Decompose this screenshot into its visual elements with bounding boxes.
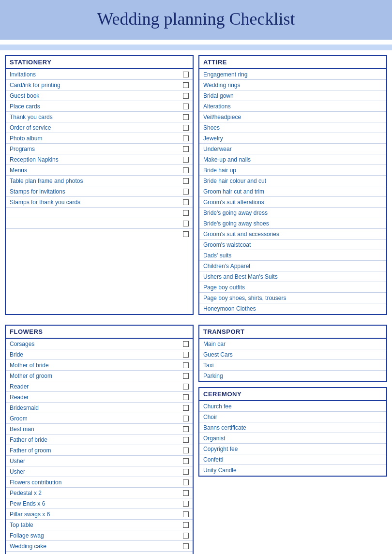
- checkbox[interactable]: [183, 93, 189, 99]
- page-header: Wedding planning Checklist: [0, 0, 392, 40]
- list-item: Reception Napkins: [6, 154, 193, 165]
- list-item: Bride: [6, 349, 193, 360]
- checkbox[interactable]: [183, 479, 189, 485]
- checkbox[interactable]: [183, 352, 189, 358]
- checkbox[interactable]: [183, 437, 189, 443]
- list-item: Main car: [199, 339, 386, 349]
- checkbox[interactable]: [183, 210, 189, 216]
- main-grid: STATIONERY Invitations Card/ink for prin…: [0, 55, 392, 554]
- list-item: [6, 218, 193, 229]
- checkbox[interactable]: [183, 469, 189, 475]
- checkbox[interactable]: [183, 135, 189, 141]
- checkbox[interactable]: [183, 511, 189, 517]
- list-item: Bride's going away dress: [199, 208, 386, 218]
- checkbox[interactable]: [183, 178, 189, 184]
- attire-header: ATTIRE: [199, 56, 386, 69]
- checkbox[interactable]: [183, 146, 189, 152]
- checkbox[interactable]: [183, 373, 189, 379]
- list-item: Thank you cards: [6, 112, 193, 122]
- list-item: Menus: [6, 165, 193, 176]
- list-item: Honeymoon Clothes: [199, 303, 386, 314]
- list-item: Page boy outfits: [199, 282, 386, 293]
- checkbox[interactable]: [183, 231, 189, 237]
- checkbox[interactable]: [183, 167, 189, 173]
- checkbox[interactable]: [183, 341, 189, 347]
- list-item: Groom's suit and accessories: [199, 229, 386, 240]
- transport-section: TRANSPORT Main car Guest Cars Taxi Parki…: [198, 325, 387, 382]
- list-item: Order of service: [6, 122, 193, 133]
- list-item: Wedding cake: [6, 541, 193, 552]
- checkbox[interactable]: [183, 199, 189, 205]
- checkbox[interactable]: [183, 426, 189, 432]
- list-item: Father of bride: [6, 434, 193, 445]
- list-item: Page boy shoes, shirts, trousers: [199, 293, 386, 303]
- list-item: Bridesmaid: [6, 403, 193, 413]
- list-item: Make-up and nails: [199, 154, 386, 165]
- list-item: Children's Apparel: [199, 261, 386, 271]
- list-item: Underwear: [199, 144, 386, 154]
- list-item: Shoes: [199, 122, 386, 133]
- checkbox[interactable]: [183, 189, 189, 195]
- list-item: Corsages: [6, 339, 193, 349]
- list-item: Ushers and Best Man's Suits: [199, 271, 386, 282]
- list-item: Usher: [6, 456, 193, 466]
- list-item: Veil/headpiece: [199, 112, 386, 122]
- list-item: Copyright fee: [199, 444, 386, 454]
- list-item: Foliage swag: [6, 530, 193, 541]
- list-item: [6, 208, 193, 218]
- checkbox[interactable]: [183, 405, 189, 411]
- list-item: Guest book: [6, 90, 193, 101]
- checkbox[interactable]: [183, 72, 189, 77]
- list-item: Groom's waistcoat: [199, 240, 386, 250]
- checkbox[interactable]: [183, 501, 189, 507]
- checkbox[interactable]: [183, 533, 189, 539]
- list-item: Pillar swags x 6: [6, 509, 193, 520]
- list-item: Organist: [199, 433, 386, 444]
- list-item: Mother of bride: [6, 360, 193, 371]
- list-item: Reader: [6, 392, 193, 403]
- checkbox[interactable]: [183, 543, 189, 549]
- checkbox[interactable]: [183, 114, 189, 120]
- list-item: Top table: [6, 520, 193, 530]
- list-item: Taxi: [199, 360, 386, 371]
- list-item: Table plan frame and photos: [6, 176, 193, 186]
- list-item: Bride's going away shoes: [199, 218, 386, 229]
- list-item: [6, 229, 193, 240]
- list-item: Wedding rings: [199, 80, 386, 90]
- checkbox[interactable]: [183, 362, 189, 368]
- list-item: Guest Cars: [199, 349, 386, 360]
- checkbox[interactable]: [183, 522, 189, 528]
- list-item: Groom hair cut and trim: [199, 186, 386, 197]
- list-item: Parking: [199, 371, 386, 381]
- checkbox[interactable]: [183, 448, 189, 453]
- list-item: Best man: [6, 424, 193, 434]
- list-item: Dads' suits: [199, 250, 386, 261]
- list-item: Banns certificate: [199, 422, 386, 433]
- list-item: Mother of groom: [6, 371, 193, 381]
- list-item: Pew Ends x 6: [6, 498, 193, 509]
- list-item: Church fee: [199, 401, 386, 412]
- list-item: Engagement ring: [199, 69, 386, 80]
- checkbox[interactable]: [183, 221, 189, 226]
- checkbox[interactable]: [183, 125, 189, 131]
- decorative-bar: [0, 45, 392, 50]
- list-item: Bride hair colour and cut: [199, 176, 386, 186]
- list-item: Bridal gown: [199, 90, 386, 101]
- ceremony-section: CEREMONY Church fee Choir Banns certific…: [198, 387, 387, 477]
- list-item: Unity Candle: [199, 465, 386, 476]
- checkbox[interactable]: [183, 394, 189, 400]
- checkbox[interactable]: [183, 416, 189, 421]
- list-item: Flowers contribution: [6, 477, 193, 488]
- checkbox[interactable]: [183, 157, 189, 163]
- list-item: Programs: [6, 144, 193, 154]
- list-item: Bride hair up: [199, 165, 386, 176]
- list-item: Table centerpieces x 6: [6, 552, 193, 554]
- checkbox[interactable]: [183, 490, 189, 496]
- list-item: Invitations: [6, 69, 193, 80]
- checkbox[interactable]: [183, 104, 189, 109]
- checkbox[interactable]: [183, 82, 189, 88]
- list-item: Jewelry: [199, 133, 386, 144]
- checkbox[interactable]: [183, 384, 189, 389]
- list-item: Choir: [199, 412, 386, 422]
- checkbox[interactable]: [183, 458, 189, 464]
